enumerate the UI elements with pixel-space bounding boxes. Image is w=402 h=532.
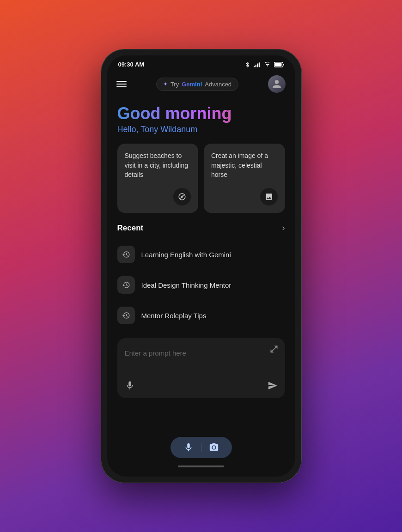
svg-rect-6	[274, 63, 281, 66]
home-indicator	[178, 466, 224, 467]
bottom-bar	[107, 432, 295, 477]
prompt-actions	[125, 381, 278, 391]
status-icons	[244, 61, 284, 68]
hamburger-line-2	[116, 84, 127, 85]
pill-mic-icon	[183, 442, 194, 453]
history-icon-3	[122, 311, 130, 320]
recent-item-3-label: Mentor Roleplay Tips	[141, 312, 207, 320]
prompt-send-button[interactable]	[268, 381, 278, 391]
try-gemini-badge[interactable]: ✦ Try Gemini Advanced	[156, 78, 238, 91]
advanced-text: Advanced	[205, 81, 231, 88]
suggestion-card-2[interactable]: Creat an image of a majestic, celestial …	[204, 144, 285, 213]
history-icon-1	[122, 250, 130, 259]
pill-divider	[201, 443, 201, 452]
pill-camera-icon	[209, 442, 219, 453]
recent-chevron-icon[interactable]: ›	[282, 223, 285, 233]
greeting-title: Good morning	[117, 104, 285, 123]
hamburger-line-3	[116, 86, 127, 87]
spark-icon: ✦	[163, 81, 168, 87]
svg-rect-0	[254, 66, 255, 67]
main-content: ✦ Try Gemini Advanced Good morning Hello…	[107, 71, 295, 432]
gemini-text: Gemini	[182, 81, 202, 88]
recent-item-2-label: Ideal Design Thinking Mentor	[141, 281, 231, 289]
recent-item-1[interactable]: Learning English with Gemini	[107, 239, 295, 270]
action-pill[interactable]	[171, 437, 232, 458]
expand-icon[interactable]	[269, 345, 279, 356]
top-bar: ✦ Try Gemini Advanced	[107, 71, 295, 99]
recent-item-2[interactable]: Ideal Design Thinking Mentor	[107, 270, 295, 300]
recent-item-1-icon-wrap	[117, 246, 135, 263]
prompt-box-wrap: Enter a prompt here	[107, 331, 295, 405]
greeting-subtitle: Hello, Tony Wildanum	[117, 125, 285, 134]
compass-icon	[178, 193, 186, 201]
history-icon-2	[122, 281, 130, 289]
suggestion-cards: Suggest beaches to visit in a city, incl…	[107, 144, 295, 223]
svg-rect-5	[283, 64, 284, 65]
wifi-icon	[264, 61, 271, 68]
signal-icon	[254, 62, 261, 67]
camera-notch	[195, 60, 207, 73]
hamburger-menu-button[interactable]	[116, 81, 127, 87]
card-2-icon-wrap	[260, 188, 278, 206]
prompt-mic-button[interactable]	[125, 381, 135, 391]
suggestion-card-1[interactable]: Suggest beaches to visit in a city, incl…	[117, 144, 199, 213]
avatar-image	[268, 75, 286, 93]
svg-rect-3	[258, 62, 259, 67]
phone-frame: 09:30 AM	[101, 49, 302, 483]
try-text: Try	[171, 81, 179, 88]
prompt-placeholder[interactable]: Enter a prompt here	[125, 345, 278, 369]
image-icon	[265, 193, 273, 201]
bluetooth-icon	[244, 61, 251, 68]
card-1-text: Suggest beaches to visit in a city, incl…	[125, 151, 191, 179]
hamburger-line-1	[116, 81, 127, 82]
recent-header: Recent ›	[107, 223, 295, 239]
recent-item-3-icon-wrap	[117, 307, 135, 324]
recent-item-1-label: Learning English with Gemini	[141, 251, 231, 259]
card-1-icon-wrap	[173, 188, 191, 206]
status-time: 09:30 AM	[118, 61, 145, 68]
card-2-text: Creat an image of a majestic, celestial …	[211, 151, 278, 179]
battery-icon	[274, 62, 284, 67]
prompt-box[interactable]: Enter a prompt here	[117, 338, 285, 398]
status-bar: 09:30 AM	[107, 55, 295, 71]
user-avatar[interactable]	[268, 75, 286, 93]
phone-screen: 09:30 AM	[107, 55, 295, 477]
svg-rect-1	[255, 65, 256, 67]
svg-rect-2	[257, 63, 258, 67]
greeting-section: Good morning Hello, Tony Wildanum	[107, 99, 295, 144]
recent-item-2-icon-wrap	[117, 276, 135, 294]
recent-label: Recent	[117, 224, 144, 233]
recent-item-3[interactable]: Mentor Roleplay Tips	[107, 300, 295, 331]
